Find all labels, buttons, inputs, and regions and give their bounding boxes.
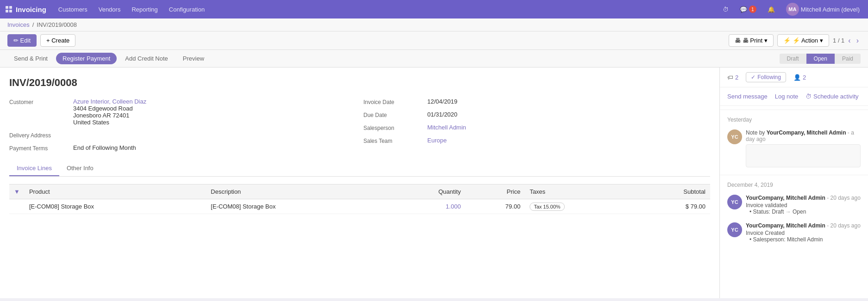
app-logo[interactable]: Invoicing [6,6,46,13]
invoice-right-fields: Invoice Date 12/04/2019 Due Date 01/31/2… [363,98,710,152]
rp-actions: Send message Log note ⏱ Schedule activit… [720,87,868,106]
people-icon: 👤 [793,74,801,81]
note-body [746,144,861,167]
sales-team-label: Sales Team [363,137,424,144]
chat-badge: 1 [749,6,756,13]
breadcrumb-parent[interactable]: Invoices [7,21,30,28]
print-icon: 🖶 [735,37,741,44]
chat-icon-btn[interactable]: 💬 1 [737,4,759,15]
row-description: [E-COM08] Storage Box [206,199,387,214]
note-avatar: YC [727,129,742,144]
send-message-button[interactable]: Send message [727,91,768,102]
schedule-activity-label: Schedule activity [813,93,859,100]
edit-button[interactable]: ✏ Edit [7,34,37,47]
followers-item[interactable]: 👤 2 [793,74,806,81]
log-note-button[interactable]: Log note [775,91,799,102]
user-menu-btn[interactable]: MA Mitchell Admin (devel) [783,1,862,18]
salesperson-link[interactable]: Mitchell Admin [427,124,466,131]
row-product[interactable]: [E-COM08] Storage Box [25,199,206,214]
rp-header: 🏷 2 ✓ Following 👤 2 [720,68,868,87]
menu-reporting[interactable]: Reporting [127,3,162,16]
chat-icon: 💬 [740,6,747,13]
row-price: 79.00 [465,199,525,214]
tag-count: 2 [735,74,738,81]
sales-team-link[interactable]: Europe [427,137,447,144]
rp-date-yesterday: Yesterday [720,114,868,126]
status-open[interactable]: Open [806,54,835,64]
invoice-date-label: Invoice Date [363,98,424,105]
salesperson-label: Salesperson [363,124,424,131]
action-button[interactable]: ⚡ ⚡ Action ▾ [777,34,829,47]
tag-count-item[interactable]: 🏷 2 [727,74,738,81]
col-collapse: ▼ [9,184,25,199]
col-price-header: Price [465,184,525,199]
bell-icon: 🔔 [768,6,775,13]
action-label: ⚡ Action [793,37,818,44]
table-row: [E-COM08] Storage Box [E-COM08] Storage … [9,199,710,214]
following-button[interactable]: ✓ Following [746,72,786,82]
follower-count: 2 [803,74,806,81]
tag-icon: 🏷 [727,74,733,81]
tab-other-info[interactable]: Other Info [59,161,101,176]
customer-country: United States [73,119,109,126]
log-detail-label-2: Salesperson: [753,236,786,243]
log-body-2: Invoice Created • Salesperson: Mitchell … [746,230,861,243]
create-button[interactable]: + Create [40,34,75,47]
top-menu: Customers Vendors Reporting Configuratio… [54,3,209,16]
invoice-tabs: Invoice Lines Other Info [9,161,710,177]
breadcrumb-separator: / [32,21,34,28]
rp-log-entry-2: YC YourCompany, Mitchell Admin - 20 days… [720,219,868,246]
log-action-1: Invoice validated [746,202,861,209]
page-navigation: 1 / 1 ‹ › [833,37,861,45]
clock-small-icon: ⏱ [806,93,812,100]
prev-page-button[interactable]: ‹ [846,37,852,45]
due-date-label: Due Date [363,111,424,118]
col-taxes-header: Taxes [525,184,633,199]
note-header: Note by YourCompany, Mitchell Admin - a … [746,129,861,142]
status-draft[interactable]: Draft [780,54,806,64]
product-table: ▼ Product Description Quantity Price Tax… [9,184,710,214]
row-quantity: 1.000 [388,199,466,214]
next-page-button[interactable]: › [855,37,861,45]
log-detail-from-1: Draft [772,209,784,215]
menu-customers[interactable]: Customers [54,3,92,16]
customer-label: Customer [9,98,69,105]
print-dropdown-icon: ▾ [764,37,768,44]
send-print-button[interactable]: Send & Print [7,53,54,64]
print-button[interactable]: 🖶 🖶 Print ▾ [729,34,774,47]
clock-icon: ⏱ [723,6,729,13]
status-bar: Send & Print Register Payment Add Credit… [0,50,868,68]
sales-team-field: Sales Team Europe [363,137,710,144]
clock-icon-btn[interactable]: ⏱ [720,4,731,15]
payment-terms-label: Payment Terms [9,144,69,152]
log-body-1: Invoice validated • Status: Draft → Open [746,202,861,215]
note-content: Note by YourCompany, Mitchell Admin - a … [746,129,861,167]
log-detail-label-1: Status: [753,209,770,215]
customer-link[interactable]: Azure Interior, Colleen Diaz [73,98,146,105]
add-credit-note-button[interactable]: Add Credit Note [119,53,175,64]
schedule-activity-button[interactable]: ⏱ Schedule activity [806,91,858,102]
tab-invoice-lines[interactable]: Invoice Lines [9,161,59,176]
log-header-2: YourCompany, Mitchell Admin - 20 days ag… [746,222,861,229]
tax-badge[interactable]: Tax 15.00% [530,203,564,211]
following-label: Following [757,74,781,80]
customer-field: Customer Azure Interior, Colleen Diaz 34… [9,98,356,126]
customer-address2: Jonesboro AR 72401 [73,112,129,119]
menu-configuration[interactable]: Configuration [164,3,209,16]
delivery-address-field: Delivery Address [9,131,356,139]
col-quantity-header: Quantity [388,184,466,199]
menu-vendors[interactable]: Vendors [94,3,125,16]
print-label: 🖶 Print [743,37,762,44]
payment-terms-value: End of Following Month [73,144,136,151]
status-paid[interactable]: Paid [835,54,861,64]
invoice-date-value: 12/04/2019 [427,98,457,105]
bell-icon-btn[interactable]: 🔔 [765,4,778,15]
preview-button[interactable]: Preview [176,53,211,64]
customer-value: Azure Interior, Colleen Diaz 3404 Edgewo… [73,98,146,126]
username: Mitchell Admin (devel) [801,6,860,13]
row-subtotal: $ 79.00 [633,199,710,214]
col-description-header: Description [206,184,387,199]
register-payment-button[interactable]: Register Payment [56,53,117,64]
log-action-2: Invoice Created [746,230,861,236]
log-time-2: - 20 days ago [827,222,861,229]
